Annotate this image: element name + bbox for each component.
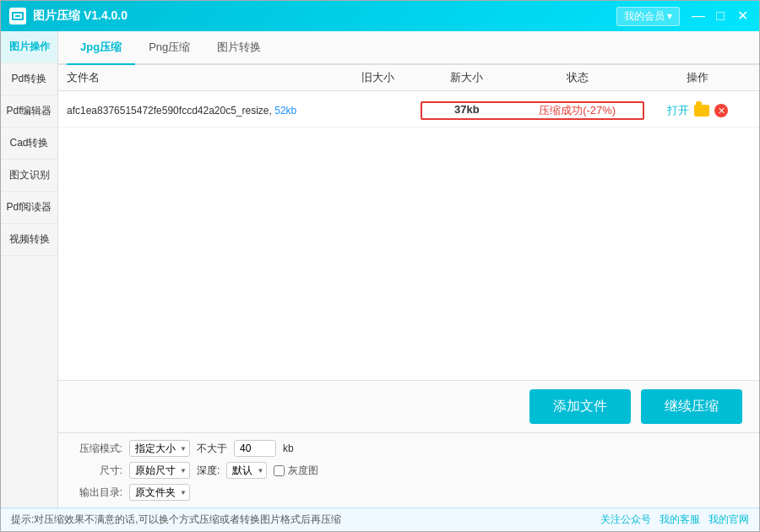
tab-image-convert[interactable]: 图片转换 bbox=[204, 31, 274, 65]
highlight-result-box: 37kb 压缩成功(-27%) bbox=[421, 101, 645, 120]
not-exceed-label: 不大于 bbox=[197, 442, 227, 456]
app-window: 图片压缩 V1.4.0.0 我的会员 ▾ — □ ✕ 图片操作 Pdf转换 Pd… bbox=[0, 0, 760, 532]
settings-bar: 压缩模式: 指定大小 不大于 kb 尺寸: 原始尺寸 bbox=[58, 432, 759, 508]
sidebar-item-image-ops[interactable]: 图片操作 bbox=[1, 31, 57, 63]
depth-label: 深度: bbox=[197, 464, 220, 478]
member-label: 我的会员 bbox=[624, 9, 665, 24]
sidebar: 图片操作 Pdf转换 Pdf编辑器 Cad转换 图文识别 Pdf阅读器 视频转换 bbox=[1, 31, 58, 508]
table-row: afc1ea8376515472fe590fccd42a20c5_resize,… bbox=[58, 95, 759, 128]
content-area: Jpg压缩 Png压缩 图片转换 文件名 旧大小 新大小 状态 操作 bbox=[58, 31, 759, 508]
chevron-icon: ▾ bbox=[667, 10, 672, 22]
title-bar-right: 我的会员 ▾ — □ ✕ bbox=[616, 7, 751, 26]
status-bar: 提示:对压缩效果不满意的话,可以换个方式压缩或者转换图片格式后再压缩 关注公众号… bbox=[1, 508, 759, 531]
header-status: 状态 bbox=[511, 70, 644, 85]
cell-action: 打开 ✕ bbox=[644, 103, 751, 118]
cell-newsize: 37kb bbox=[422, 103, 512, 118]
header-action: 操作 bbox=[644, 70, 751, 85]
not-exceed-input[interactable] bbox=[234, 440, 276, 457]
grayscale-checkbox[interactable] bbox=[274, 465, 285, 476]
settings-row-mode: 压缩模式: 指定大小 不大于 kb bbox=[72, 440, 746, 457]
window-controls: — □ ✕ bbox=[690, 9, 751, 23]
sidebar-item-cad-convert[interactable]: Cad转换 bbox=[1, 128, 57, 160]
bottom-buttons: 添加文件 继续压缩 bbox=[58, 380, 759, 432]
customer-service-link[interactable]: 我的客服 bbox=[660, 513, 700, 527]
tabs-bar: Jpg压缩 Png压缩 图片转换 bbox=[58, 31, 759, 65]
official-account-link[interactable]: 关注公众号 bbox=[600, 513, 651, 527]
tab-png-compress[interactable]: Png压缩 bbox=[135, 31, 204, 65]
title-bar: 图片压缩 V1.4.0.0 我的会员 ▾ — □ ✕ bbox=[1, 1, 759, 31]
sidebar-item-pdf-convert[interactable]: Pdf转换 bbox=[1, 63, 57, 95]
app-icon bbox=[9, 8, 26, 24]
grayscale-label[interactable]: 灰度图 bbox=[274, 464, 318, 478]
mode-select-wrapper: 指定大小 bbox=[129, 440, 190, 457]
tab-jpg-compress[interactable]: Jpg压缩 bbox=[67, 31, 135, 65]
official-website-link[interactable]: 我的官网 bbox=[708, 513, 749, 527]
app-title: 图片压缩 V1.4.0.0 bbox=[33, 8, 128, 24]
delete-icon[interactable]: ✕ bbox=[714, 104, 728, 117]
size-label: 尺寸: bbox=[72, 464, 122, 478]
minimize-button[interactable]: — bbox=[690, 9, 707, 23]
table-body: afc1ea8376515472fe590fccd42a20c5_resize,… bbox=[58, 91, 759, 380]
sidebar-item-image-ocr[interactable]: 图文识别 bbox=[1, 160, 57, 192]
table-header: 文件名 旧大小 新大小 状态 操作 bbox=[58, 65, 759, 91]
header-oldsize: 旧大小 bbox=[334, 70, 422, 85]
settings-row-size: 尺寸: 原始尺寸 深度: 默认 灰度图 bbox=[72, 462, 746, 479]
svg-rect-2 bbox=[15, 15, 20, 17]
continue-compress-button[interactable]: 继续压缩 bbox=[641, 389, 742, 424]
mode-label: 压缩模式: bbox=[72, 442, 122, 456]
main-layout: 图片操作 Pdf转换 Pdf编辑器 Cad转换 图文识别 Pdf阅读器 视频转换… bbox=[1, 31, 759, 508]
cell-status: 压缩成功(-27%) bbox=[512, 103, 643, 118]
settings-row-output: 输出目录: 原文件夹 bbox=[72, 484, 746, 501]
depth-select-wrapper: 默认 bbox=[226, 462, 267, 479]
header-newsize: 新大小 bbox=[422, 70, 511, 85]
size-select-wrapper: 原始尺寸 bbox=[129, 462, 190, 479]
header-filename: 文件名 bbox=[67, 70, 334, 85]
restore-button[interactable]: □ bbox=[712, 9, 729, 23]
open-file-link[interactable]: 打开 bbox=[667, 103, 689, 118]
status-links: 关注公众号 我的客服 我的官网 bbox=[600, 513, 749, 527]
folder-icon[interactable] bbox=[694, 105, 709, 117]
output-select[interactable]: 原文件夹 bbox=[129, 484, 190, 501]
sidebar-item-video-convert[interactable]: 视频转换 bbox=[1, 224, 57, 256]
size-select[interactable]: 原始尺寸 bbox=[129, 462, 190, 479]
add-file-button[interactable]: 添加文件 bbox=[529, 389, 631, 424]
close-button[interactable]: ✕ bbox=[734, 9, 751, 23]
sidebar-item-pdf-reader[interactable]: Pdf阅读器 bbox=[1, 192, 57, 224]
cell-filename: afc1ea8376515472fe590fccd42a20c5_resize,… bbox=[67, 105, 332, 117]
title-bar-left: 图片压缩 V1.4.0.0 bbox=[9, 8, 128, 24]
mode-select[interactable]: 指定大小 bbox=[129, 440, 190, 457]
sidebar-item-pdf-editor[interactable]: Pdf编辑器 bbox=[1, 95, 57, 128]
depth-select[interactable]: 默认 bbox=[226, 462, 267, 479]
output-select-wrapper: 原文件夹 bbox=[129, 484, 190, 501]
status-hint: 提示:对压缩效果不满意的话,可以换个方式压缩或者转换图片格式后再压缩 bbox=[11, 513, 341, 527]
output-label: 输出目录: bbox=[72, 486, 122, 500]
file-table-area: 文件名 旧大小 新大小 状态 操作 afc1ea8376515472fe590f… bbox=[58, 65, 759, 380]
not-exceed-unit: kb bbox=[283, 442, 294, 454]
member-button[interactable]: 我的会员 ▾ bbox=[616, 7, 680, 26]
